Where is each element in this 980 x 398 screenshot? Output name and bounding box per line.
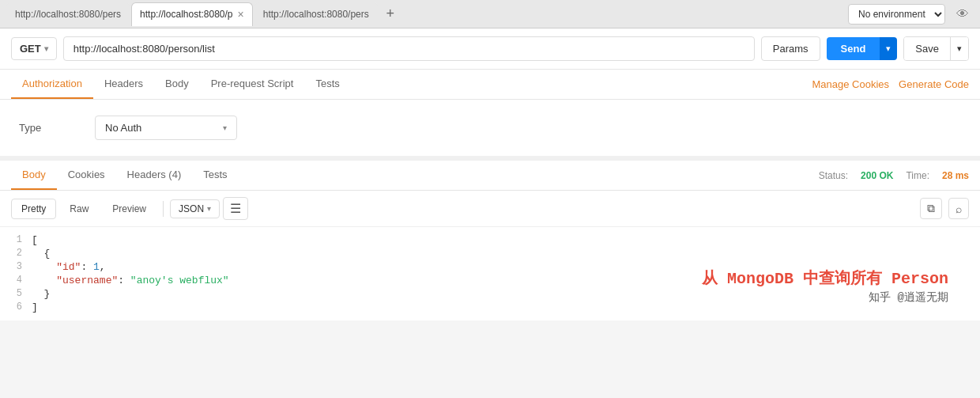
browser-tab-1[interactable]: http://localhost:8080/pers xyxy=(6,2,130,26)
params-button[interactable]: Params xyxy=(761,36,820,61)
line-num-3: 3 xyxy=(0,261,32,273)
add-tab-button[interactable]: + xyxy=(379,3,401,25)
code-line-4: 4 "username": "anoy's webflux" xyxy=(0,274,980,287)
json-chevron-icon: ▾ xyxy=(207,204,211,213)
code-line-3: 3 "id": 1, xyxy=(0,260,980,274)
line-content-4: "username": "anoy's webflux" xyxy=(32,275,980,286)
code-line-5: 5 } xyxy=(0,287,980,301)
time-label: Time: xyxy=(906,170,929,181)
auth-section: Type No Auth ▾ xyxy=(0,100,980,161)
tab3-label: http://localhost:8080/pers xyxy=(263,9,369,20)
status-value: 200 OK xyxy=(861,170,893,181)
format-bar: Pretty Raw Preview JSON ▾ ☰ ⧉ ⌕ xyxy=(0,191,980,227)
code-line-2: 2 { xyxy=(0,247,980,260)
line-content-2: { xyxy=(32,248,980,260)
tab-authorization[interactable]: Authorization xyxy=(11,70,93,99)
line-content-3: "id": 1, xyxy=(32,261,980,273)
method-select[interactable]: GET ▾ xyxy=(11,37,57,60)
method-label: GET xyxy=(20,43,41,55)
copy-icon[interactable]: ⧉ xyxy=(920,198,942,219)
time-value: 28 ms xyxy=(942,170,969,181)
search-icon[interactable]: ⌕ xyxy=(948,198,969,219)
response-tabs-bar: Body Cookies Headers (4) Tests Status: 2… xyxy=(0,161,980,191)
save-button[interactable]: Save xyxy=(904,37,950,60)
generate-code-link[interactable]: Generate Code xyxy=(899,78,969,90)
wrap-button[interactable]: ☰ xyxy=(223,197,248,220)
auth-row: Type No Auth ▾ xyxy=(19,116,961,140)
save-btn-group: Save ▾ xyxy=(903,36,969,61)
line-content-1: [ xyxy=(32,234,980,246)
save-dropdown-button[interactable]: ▾ xyxy=(950,37,968,60)
auth-type-chevron-icon: ▾ xyxy=(223,123,227,132)
tab1-label: http://localhost:8080/pers xyxy=(15,9,121,20)
resp-tab-cookies[interactable]: Cookies xyxy=(57,161,116,190)
close-icon[interactable]: × xyxy=(238,9,244,20)
auth-type-label: Type xyxy=(19,122,82,134)
resp-tab-headers[interactable]: Headers (4) xyxy=(116,161,193,190)
send-dropdown-button[interactable]: ▾ xyxy=(880,37,897,60)
line-num-1: 1 xyxy=(0,234,32,246)
browser-tab-2[interactable]: http://localhost:8080/p × xyxy=(131,2,253,26)
tab-headers[interactable]: Headers xyxy=(93,70,154,99)
manage-cookies-link[interactable]: Manage Cookies xyxy=(812,78,890,90)
request-bar: GET ▾ Params Send ▾ Save ▾ xyxy=(0,28,980,70)
preview-button[interactable]: Preview xyxy=(102,199,156,219)
json-format-label: JSON xyxy=(179,203,204,214)
url-input[interactable] xyxy=(63,36,755,61)
status-label: Status: xyxy=(819,170,848,181)
env-area: No environment 👁 xyxy=(848,3,974,25)
code-area: 1 [ 2 { 3 "id": 1, 4 "username": "anoy's… xyxy=(0,227,980,320)
resp-tab-body[interactable]: Body xyxy=(11,161,57,190)
browser-tabs-bar: http://localhost:8080/pers http://localh… xyxy=(0,0,980,28)
tab2-label: http://localhost:8080/p xyxy=(140,9,232,20)
tab-body[interactable]: Body xyxy=(154,70,200,99)
code-line-1: 1 [ xyxy=(0,233,980,247)
raw-button[interactable]: Raw xyxy=(59,199,99,219)
code-line-6: 6 ] xyxy=(0,301,980,314)
req-tab-actions: Manage Cookies Generate Code xyxy=(812,78,969,90)
pretty-button[interactable]: Pretty xyxy=(11,199,56,219)
resp-status: Status: 200 OK Time: 28 ms xyxy=(819,170,969,181)
request-tabs: Authorization Headers Body Pre-request S… xyxy=(0,70,980,100)
tab-pre-request-script[interactable]: Pre-request Script xyxy=(200,70,305,99)
format-divider xyxy=(163,201,164,217)
tab-tests[interactable]: Tests xyxy=(304,70,350,99)
line-num-4: 4 xyxy=(0,275,32,286)
auth-type-select[interactable]: No Auth ▾ xyxy=(95,116,237,140)
line-num-6: 6 xyxy=(0,301,32,313)
env-select[interactable]: No environment xyxy=(848,4,945,25)
send-button[interactable]: Send xyxy=(827,37,880,60)
browser-tab-3[interactable]: http://localhost:8080/pers xyxy=(254,2,378,26)
response-section: Body Cookies Headers (4) Tests Status: 2… xyxy=(0,161,980,320)
method-chevron-icon: ▾ xyxy=(44,44,48,53)
line-num-2: 2 xyxy=(0,248,32,260)
format-right-icons: ⧉ ⌕ xyxy=(920,198,969,219)
json-format-select[interactable]: JSON ▾ xyxy=(170,199,220,218)
send-btn-group: Send ▾ xyxy=(827,37,898,60)
resp-tab-tests[interactable]: Tests xyxy=(192,161,238,190)
eye-icon[interactable]: 👁 xyxy=(952,3,974,25)
auth-type-value: No Auth xyxy=(105,122,141,134)
line-content-6: ] xyxy=(32,301,980,313)
line-content-5: } xyxy=(32,288,980,300)
line-num-5: 5 xyxy=(0,288,32,300)
